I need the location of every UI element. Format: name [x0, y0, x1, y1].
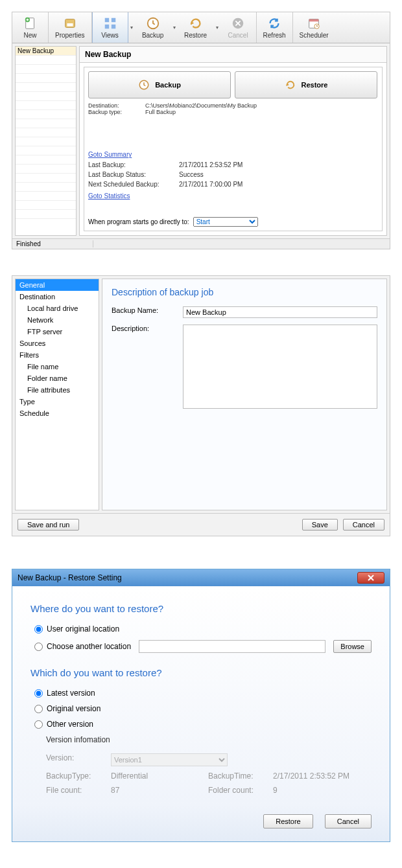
- nav-file-attributes[interactable]: File attributes: [16, 384, 99, 396]
- scheduler-label: Scheduler: [300, 32, 329, 39]
- file-count-label: File count:: [46, 786, 111, 795]
- big-restore-button[interactable]: Restore: [235, 71, 377, 98]
- original-version-radio[interactable]: [34, 705, 43, 713]
- choose-location-radio[interactable]: [34, 643, 43, 651]
- views-dropdown[interactable]: ▾: [128, 12, 135, 43]
- cancel-icon: [231, 16, 245, 30]
- nav-type[interactable]: Type: [16, 396, 99, 407]
- properties-icon: [63, 16, 77, 30]
- backup-name-label: Backup Name:: [112, 306, 183, 318]
- next-backup-value: 2/17/2011 7:00:00 PM: [179, 181, 242, 188]
- status-bar: Finished: [12, 238, 390, 249]
- views-label: Views: [101, 32, 119, 39]
- list-row: [16, 83, 76, 92]
- nav-schedule[interactable]: Schedule: [16, 407, 99, 419]
- backup-dropdown[interactable]: ▾: [171, 12, 178, 43]
- dest-value: C:\Users\Mobiano2\Documents\My Backup: [145, 102, 257, 109]
- list-row: [16, 155, 76, 165]
- nav-general[interactable]: General: [16, 279, 99, 291]
- main-window: New Properties Views ▾ Backup ▾ Restore …: [12, 12, 390, 249]
- backup-list-item[interactable]: New Backup: [16, 47, 76, 56]
- nav-file-name[interactable]: File name: [16, 361, 99, 372]
- properties-button[interactable]: Properties: [49, 12, 92, 43]
- svg-rect-11: [309, 19, 319, 22]
- new-label: New: [23, 32, 36, 39]
- cancel-label: Cancel: [228, 32, 248, 39]
- backup-button[interactable]: Backup: [135, 12, 171, 43]
- restore-label: Restore: [184, 32, 207, 39]
- views-icon: [103, 16, 117, 30]
- backup-name-input[interactable]: [183, 306, 377, 318]
- main-title: New Backup: [80, 47, 386, 63]
- refresh-button[interactable]: Refresh: [257, 12, 293, 43]
- nav-filters[interactable]: Filters: [16, 349, 99, 361]
- backup-icon: [146, 16, 160, 30]
- views-button[interactable]: Views: [92, 12, 128, 43]
- save-and-run-button[interactable]: Save and run: [18, 519, 79, 531]
- save-button[interactable]: Save: [302, 519, 338, 531]
- version-info-title: Version infomation: [46, 735, 372, 744]
- backup-type-value: Differential: [111, 771, 208, 781]
- goto-summary-link[interactable]: Goto Summary: [88, 149, 132, 160]
- svg-rect-4: [104, 18, 108, 22]
- last-status-value: Success: [179, 171, 204, 178]
- where-heading: Where do you want to restore?: [30, 603, 372, 614]
- refresh-label: Refresh: [263, 32, 286, 39]
- status-left: Finished: [16, 240, 41, 247]
- list-row: [16, 92, 76, 101]
- settings-content: Description of backup job Backup Name: D…: [102, 279, 387, 510]
- refresh-icon: [267, 16, 281, 30]
- new-button[interactable]: New: [12, 12, 49, 43]
- location-path-input[interactable]: [139, 640, 325, 653]
- backup-list-item-label: New Backup: [18, 47, 54, 54]
- other-version-radio[interactable]: [34, 720, 43, 729]
- last-backup-label: Last Backup:: [88, 161, 179, 168]
- type-value: Full Backup: [145, 109, 176, 115]
- svg-rect-7: [111, 25, 115, 29]
- cancel-button[interactable]: Cancel: [343, 519, 384, 531]
- restore-confirm-button[interactable]: Restore: [263, 814, 313, 828]
- close-button[interactable]: [357, 572, 384, 584]
- backup-time-value: 2/17/2011 2:53:52 PM: [273, 771, 370, 781]
- nav-folder-name[interactable]: Folder name: [16, 372, 99, 384]
- cycle-icon: [285, 79, 296, 91]
- restore-cancel-button[interactable]: Cancel: [325, 814, 372, 828]
- version-label: Version:: [46, 753, 111, 766]
- big-backup-button[interactable]: Backup: [88, 71, 231, 98]
- list-row: [16, 110, 76, 119]
- start-select[interactable]: Start: [193, 217, 258, 227]
- nav-ftp-server[interactable]: FTP server: [16, 326, 99, 337]
- list-row: [16, 74, 76, 83]
- original-location-radio[interactable]: [34, 625, 43, 634]
- nav-destination[interactable]: Destination: [16, 291, 99, 303]
- properties-label: Properties: [55, 32, 85, 39]
- backup-time-label: BackupTime:: [208, 771, 273, 781]
- nav-sources[interactable]: Sources: [16, 337, 99, 349]
- list-row: [16, 183, 76, 192]
- backup-type-label: BackupType:: [46, 771, 111, 781]
- list-row: [16, 192, 76, 201]
- restore-button[interactable]: Restore: [178, 12, 214, 43]
- description-input[interactable]: [183, 325, 377, 409]
- scheduler-button[interactable]: Scheduler: [293, 12, 335, 43]
- nav-network[interactable]: Network: [16, 314, 99, 326]
- list-row: [16, 128, 76, 137]
- list-row: [16, 137, 76, 146]
- start-label: When program starts go directly to:: [88, 218, 189, 225]
- status-mid: [93, 240, 222, 247]
- restore-dropdown[interactable]: ▾: [214, 12, 220, 43]
- svg-rect-3: [67, 23, 73, 27]
- dest-label: Destination:: [88, 102, 145, 109]
- svg-rect-6: [104, 25, 108, 29]
- original-version-label: Original version: [47, 704, 100, 713]
- browse-button[interactable]: Browse: [333, 640, 372, 653]
- main-panel: New Backup Backup Restore Destination:C:…: [79, 46, 387, 236]
- dialog-titlebar: New Backup - Restore Setting: [12, 569, 390, 586]
- goto-statistics-link[interactable]: Goto Statistics: [88, 190, 130, 201]
- backup-list: New Backup: [15, 46, 77, 236]
- settings-heading: Description of backup job: [112, 287, 377, 297]
- settings-window: General Destination Local hard drive Net…: [12, 275, 390, 536]
- latest-version-radio[interactable]: [34, 689, 43, 698]
- nav-local-hard-drive[interactable]: Local hard drive: [16, 303, 99, 314]
- other-version-label: Other version: [47, 720, 93, 729]
